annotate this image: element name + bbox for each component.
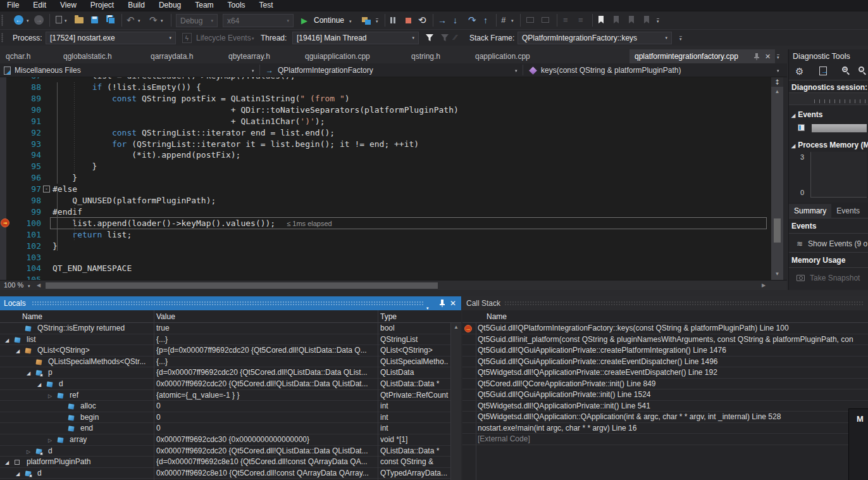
code-line-99[interactable]: 99#endif bbox=[0, 206, 771, 218]
col-name[interactable]: Name bbox=[487, 310, 507, 323]
gear-icon[interactable]: ⚙ bbox=[795, 66, 803, 77]
expander-open-icon[interactable]: ◢ bbox=[5, 457, 9, 469]
continue-dropdown[interactable]: ▾ bbox=[349, 19, 352, 24]
code-line-101[interactable]: 101 return list; bbox=[0, 229, 771, 241]
tab-qglobalstatic.h[interactable]: qglobalstatic.h bbox=[63, 49, 112, 63]
callstack-row[interactable]: Qt5Widgetsd.dll!QApplicationPrivate::ini… bbox=[462, 401, 868, 412]
export-icon[interactable] bbox=[819, 66, 827, 75]
hex-display-icon[interactable]: # bbox=[501, 15, 505, 25]
stop-debugging-icon[interactable] bbox=[406, 18, 411, 23]
menu-item-test[interactable]: Test bbox=[252, 0, 280, 11]
code-line-103[interactable]: 103 bbox=[0, 252, 771, 263]
tab-qplatformintegrationfactory.cpp[interactable]: qplatformintegrationfactory.cpp✕ bbox=[629, 49, 775, 63]
prev-bookmark-icon[interactable] bbox=[612, 15, 620, 24]
tab-qstring.h[interactable]: qstring.h bbox=[411, 49, 440, 63]
locals-row[interactable]: ◢p{d=0x00007ff9692cdc20 {Qt5Cored.dll!QL… bbox=[0, 367, 450, 379]
toolbar-overflow[interactable]: ▾ bbox=[679, 36, 682, 41]
step-out-icon[interactable]: ↑ bbox=[483, 15, 488, 25]
menu-item-build[interactable]: Build bbox=[121, 0, 152, 11]
zoom-in-icon[interactable]: + bbox=[842, 66, 848, 72]
member-dropdown[interactable]: keys(const QString & platformPluginPath) bbox=[529, 63, 773, 77]
locals-row[interactable]: ▷d0x00007ff9692cdc20 {Qt5Cored.dll!QList… bbox=[0, 446, 450, 457]
scroll-down-arrow[interactable]: ▼ bbox=[771, 271, 783, 277]
expander-open-icon[interactable]: ◢ bbox=[16, 346, 20, 357]
open-folder-icon[interactable] bbox=[75, 17, 84, 23]
code-line-90[interactable]: 90 + QDir::toNativeSeparators(platformPl… bbox=[0, 104, 771, 116]
callstack-titlebar[interactable]: Call Stack bbox=[462, 296, 868, 310]
code-line-88[interactable]: 88 if (!list.isEmpty()) { bbox=[0, 82, 771, 93]
step-over-icon[interactable]: ↷ bbox=[468, 15, 476, 26]
locals-grid[interactable]: QString::isEmpty returnedtruebool◢list{.… bbox=[0, 323, 450, 480]
process-dropdown[interactable]: [17524] nostart.exe▾ bbox=[46, 32, 176, 44]
tab-events[interactable]: Events bbox=[831, 204, 865, 218]
expander-closed-icon[interactable]: ▷ bbox=[48, 391, 52, 402]
expander-open-icon[interactable]: ◢ bbox=[5, 335, 9, 346]
fold-collapse-icon[interactable]: - bbox=[43, 186, 50, 193]
menu-item-tools[interactable]: Tools bbox=[221, 0, 252, 11]
solution-config-dropdown[interactable]: Debug▾ bbox=[176, 14, 218, 27]
undo-icon[interactable]: ↶ bbox=[127, 15, 135, 26]
indent-decrease-icon[interactable]: ≡ bbox=[563, 15, 568, 25]
expander-open-icon[interactable]: ◢ bbox=[16, 469, 20, 480]
callstack-row[interactable]: Qt5Guid.dll!init_platform(const QString … bbox=[462, 334, 868, 346]
tab-qapplication.cpp[interactable]: qapplication.cpp bbox=[475, 49, 530, 63]
menu-item-debug[interactable]: Debug bbox=[152, 0, 188, 11]
locals-row[interactable]: QListSpecialMethods<QStr...{...}QListSpe… bbox=[0, 357, 450, 368]
tab-memory[interactable]: M bbox=[865, 204, 868, 218]
show-events-link[interactable]: ≋ Show Events (9 o bbox=[789, 237, 868, 251]
locals-row[interactable]: ◢d0x00007ff9692cdc20 {Qt5Cored.dll!QList… bbox=[0, 379, 450, 390]
code-line-98[interactable]: 98 Q_UNUSED(platformPluginPath); bbox=[0, 195, 771, 206]
column-divider[interactable] bbox=[378, 310, 378, 480]
new-file-dropdown[interactable]: ▾ bbox=[65, 18, 67, 23]
thread-dropdown[interactable]: [19416] Main Thread▾ bbox=[292, 32, 419, 44]
locals-row[interactable]: ▷ref{atomic={_q_value=-1 } }QtPrivate::R… bbox=[0, 390, 450, 401]
code-line-96[interactable]: 96 } bbox=[0, 172, 771, 184]
locals-row[interactable]: end0int bbox=[0, 423, 450, 434]
col-value[interactable]: Value bbox=[156, 310, 175, 323]
next-bookmark-icon[interactable] bbox=[628, 15, 635, 24]
callstack-row[interactable]: [External Code] bbox=[462, 434, 868, 445]
menu-item-project[interactable]: Project bbox=[84, 0, 121, 11]
window-layout-icon[interactable] bbox=[362, 16, 372, 26]
solution-platform-dropdown[interactable]: x64▾ bbox=[223, 14, 294, 27]
redo-icon[interactable]: ↷ bbox=[149, 15, 158, 26]
tab-qarraydata.h[interactable]: qarraydata.h bbox=[151, 49, 193, 63]
locals-row[interactable]: QString::isEmpty returnedtruebool bbox=[0, 323, 450, 334]
type-dropdown-caret[interactable]: ▾ bbox=[515, 68, 518, 73]
code-editor[interactable]: 87 list = directLoader()->keyMap().value… bbox=[0, 77, 771, 280]
perf-tip[interactable]: ≤ 1ms elapsed bbox=[287, 220, 332, 227]
scrollbar-thumb[interactable] bbox=[774, 218, 781, 243]
callstack-row[interactable]: nostart.exe!main(int argc, char * * argv… bbox=[462, 423, 868, 434]
close-icon[interactable]: ✕ bbox=[450, 296, 456, 310]
locals-row[interactable]: ◢QList<QString>{p={d=0x00007ff9692cdc20 … bbox=[0, 345, 450, 357]
zoom-level-dropdown[interactable]: 100 % bbox=[4, 281, 23, 289]
code-line-97[interactable]: 97-#else bbox=[0, 184, 771, 195]
callstack-row[interactable]: Qt5Guid.dll!QGuiApplicationPrivate::crea… bbox=[462, 345, 868, 357]
lifecycle-dropdown[interactable]: ▾ bbox=[252, 36, 254, 41]
toolbar-grip[interactable] bbox=[1, 33, 3, 42]
hscrollbar-thumb[interactable] bbox=[46, 282, 438, 289]
code-line-102[interactable]: 102} bbox=[0, 241, 771, 252]
toolbar-overflow[interactable]: ▾ bbox=[376, 18, 378, 23]
events-section-header[interactable]: ◢Events bbox=[791, 110, 823, 119]
tab-qbytearray.h[interactable]: qbytearray.h bbox=[228, 49, 270, 63]
filter-disabled-icon[interactable] bbox=[440, 34, 449, 42]
save-icon[interactable] bbox=[91, 16, 98, 23]
code-line-95[interactable]: 95 } bbox=[0, 161, 771, 172]
toolbar-grip[interactable] bbox=[1, 15, 3, 26]
memory-section-header[interactable]: ◢Process Memory (M bbox=[791, 141, 868, 149]
close-icon[interactable]: ✕ bbox=[765, 49, 771, 63]
redo-dropdown[interactable]: ▾ bbox=[161, 18, 163, 23]
lifecycle-events-icon[interactable]: ϟ bbox=[182, 33, 192, 43]
parallel-watch-icon[interactable] bbox=[542, 17, 549, 23]
stack-frame-dropdown[interactable]: QPlatformIntegrationFactory::keys▾ bbox=[518, 32, 672, 44]
lifecycle-events-label[interactable]: Lifecycle Events bbox=[196, 30, 251, 46]
continue-play-icon[interactable]: ▶ bbox=[301, 16, 307, 25]
hscroll-right-arrow[interactable]: ▶ bbox=[762, 282, 766, 288]
hscroll-left-arrow[interactable]: ◀ bbox=[37, 282, 40, 288]
code-line-104[interactable]: 104QT_END_NAMESPACE bbox=[0, 263, 771, 274]
callstack-row[interactable]: Qt5Widgetsd.dll!QApplicationPrivate::cre… bbox=[462, 367, 868, 379]
undo-dropdown[interactable]: ▾ bbox=[138, 18, 140, 23]
zoom-dropdown-caret[interactable]: ▾ bbox=[28, 284, 30, 289]
scroll-up-arrow[interactable]: ▲ bbox=[771, 89, 783, 94]
